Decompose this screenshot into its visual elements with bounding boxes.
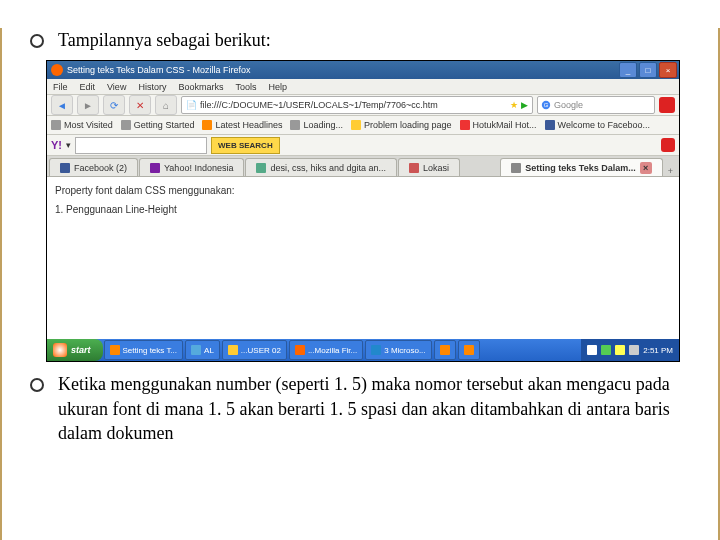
taskbar-item[interactable]: ...Mozilla Fir... bbox=[289, 340, 363, 360]
tab-chat[interactable]: desi, css, hiks and dgita an... bbox=[245, 158, 397, 176]
addon-icon[interactable] bbox=[659, 97, 675, 113]
forward-button[interactable]: ► bbox=[77, 95, 99, 115]
menu-tools[interactable]: Tools bbox=[235, 82, 256, 92]
browser-screenshot: Setting teks Teks Dalam CSS - Mozilla Fi… bbox=[46, 60, 680, 362]
warning-icon bbox=[351, 120, 361, 130]
page-content: Property font dalam CSS menggunakan: 1. … bbox=[47, 177, 679, 339]
reload-button[interactable]: ⟳ bbox=[103, 95, 125, 115]
tray-icon[interactable] bbox=[615, 345, 625, 355]
bookmark-item[interactable]: HotukMail Hot... bbox=[460, 120, 537, 130]
app-icon bbox=[440, 345, 450, 355]
menu-help[interactable]: Help bbox=[268, 82, 287, 92]
new-tab-button[interactable]: + bbox=[664, 166, 677, 176]
app-icon bbox=[228, 345, 238, 355]
yahoo-search-input[interactable] bbox=[75, 137, 207, 154]
tab-active[interactable]: Setting teks Teks Dalam...× bbox=[500, 158, 662, 176]
app-icon bbox=[110, 345, 120, 355]
firefox-icon bbox=[51, 64, 63, 76]
taskbar-item[interactable]: AL bbox=[185, 340, 220, 360]
bookmark-item[interactable]: Problem loading page bbox=[351, 120, 452, 130]
app-icon bbox=[295, 345, 305, 355]
bookmark-star-icon[interactable]: ★ bbox=[510, 100, 518, 110]
menu-edit[interactable]: Edit bbox=[80, 82, 96, 92]
app-icon bbox=[191, 345, 201, 355]
tab-facebook[interactable]: Facebook (2) bbox=[49, 158, 138, 176]
page-favicon-icon: 📄 bbox=[186, 100, 197, 110]
facebook-icon bbox=[545, 120, 555, 130]
taskbar-item[interactable] bbox=[458, 340, 480, 360]
start-button[interactable]: start bbox=[47, 339, 103, 361]
clock[interactable]: 2:51 PM bbox=[643, 346, 673, 355]
tab-close-icon[interactable]: × bbox=[640, 162, 652, 174]
tab-lokasi[interactable]: Lokasi bbox=[398, 158, 460, 176]
app-icon bbox=[371, 345, 381, 355]
search-box[interactable]: G Google bbox=[537, 96, 655, 114]
bullet-icon bbox=[30, 34, 44, 48]
maximize-button[interactable]: □ bbox=[639, 62, 657, 78]
menu-file[interactable]: File bbox=[53, 82, 68, 92]
yahoo-toolbar: Y! ▾ WEB SEARCH bbox=[47, 135, 679, 156]
outro-text: Ketika menggunakan number (seperti 1. 5)… bbox=[58, 372, 698, 445]
svg-text:G: G bbox=[544, 102, 549, 108]
taskbar-item[interactable]: 3 Microso... bbox=[365, 340, 431, 360]
taskbar-item[interactable]: ...USER 02 bbox=[222, 340, 287, 360]
page-icon bbox=[121, 120, 131, 130]
go-icon[interactable]: ▶ bbox=[521, 100, 528, 110]
tab-bar: Facebook (2) Yahoo! Indonesia desi, css,… bbox=[47, 156, 679, 177]
intro-text: Tampilannya sebagai berikut: bbox=[58, 28, 271, 52]
loading-icon bbox=[290, 120, 300, 130]
stop-button[interactable]: ✕ bbox=[129, 95, 151, 115]
taskbar-item[interactable]: Setting teks T... bbox=[104, 340, 184, 360]
windows-logo-icon bbox=[53, 343, 67, 357]
address-text: file:///C:/DOCUME~1/USER/LOCALS~1/Temp/7… bbox=[200, 100, 507, 110]
volume-icon[interactable] bbox=[629, 345, 639, 355]
yahoo-search-button[interactable]: WEB SEARCH bbox=[211, 137, 280, 154]
yahoo-icon bbox=[150, 163, 160, 173]
bookmark-item[interactable]: Loading... bbox=[290, 120, 343, 130]
yahoo-logo-icon[interactable]: Y! bbox=[51, 139, 62, 151]
yahoo-addon-icon[interactable] bbox=[661, 138, 675, 152]
facebook-icon bbox=[60, 163, 70, 173]
location-icon bbox=[409, 163, 419, 173]
nav-toolbar: ◄ ► ⟳ ✕ ⌂ 📄 file:///C:/DOCUME~1/USER/LOC… bbox=[47, 95, 679, 116]
content-line: 1. Penggunaan Line-Height bbox=[55, 204, 671, 215]
window-title: Setting teks Teks Dalam CSS - Mozilla Fi… bbox=[67, 65, 250, 75]
yahoo-dropdown-icon[interactable]: ▾ bbox=[66, 140, 71, 150]
google-icon: G bbox=[541, 100, 551, 110]
tray-icon[interactable] bbox=[601, 345, 611, 355]
tray-icon[interactable] bbox=[587, 345, 597, 355]
feed-icon bbox=[202, 120, 212, 130]
page-icon bbox=[511, 163, 521, 173]
system-tray: 2:51 PM bbox=[581, 339, 679, 361]
close-button[interactable]: × bbox=[659, 62, 677, 78]
bookmark-item[interactable]: Welcome to Faceboo... bbox=[545, 120, 650, 130]
address-bar[interactable]: 📄 file:///C:/DOCUME~1/USER/LOCALS~1/Temp… bbox=[181, 96, 533, 114]
menu-view[interactable]: View bbox=[107, 82, 126, 92]
menu-bookmarks[interactable]: Bookmarks bbox=[178, 82, 223, 92]
minimize-button[interactable]: _ bbox=[619, 62, 637, 78]
app-icon bbox=[464, 345, 474, 355]
tab-yahoo[interactable]: Yahoo! Indonesia bbox=[139, 158, 244, 176]
menu-bar: File Edit View History Bookmarks Tools H… bbox=[47, 79, 679, 95]
bookmark-item[interactable]: Most Visited bbox=[51, 120, 113, 130]
menu-history[interactable]: History bbox=[138, 82, 166, 92]
mail-icon bbox=[460, 120, 470, 130]
back-button[interactable]: ◄ bbox=[51, 95, 73, 115]
windows-taskbar: start Setting teks T... AL ...USER 02 ..… bbox=[47, 339, 679, 361]
content-heading: Property font dalam CSS menggunakan: bbox=[55, 185, 671, 196]
home-button[interactable]: ⌂ bbox=[155, 95, 177, 115]
taskbar-item[interactable] bbox=[434, 340, 456, 360]
bookmarks-toolbar: Most Visited Getting Started Latest Head… bbox=[47, 116, 679, 135]
bookmark-item[interactable]: Latest Headlines bbox=[202, 120, 282, 130]
bookmark-item[interactable]: Getting Started bbox=[121, 120, 195, 130]
search-placeholder: Google bbox=[554, 100, 583, 110]
folder-icon bbox=[51, 120, 61, 130]
bullet-icon bbox=[30, 378, 44, 392]
chat-icon bbox=[256, 163, 266, 173]
window-titlebar: Setting teks Teks Dalam CSS - Mozilla Fi… bbox=[47, 61, 679, 79]
